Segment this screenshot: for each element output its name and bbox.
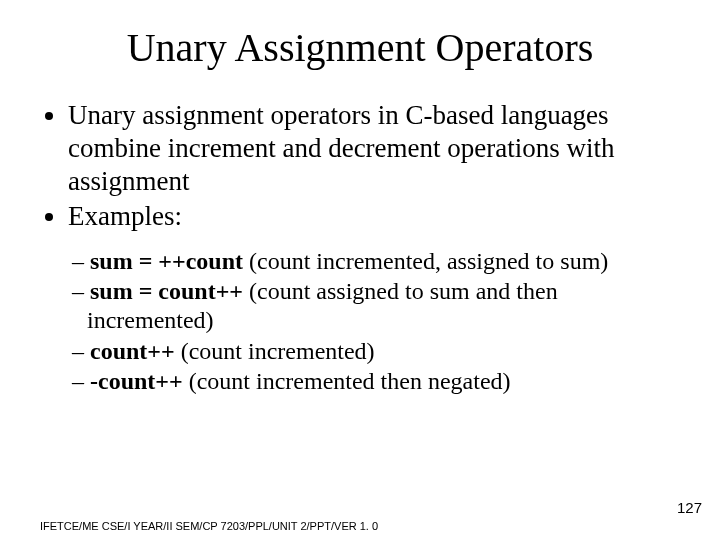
dash-icon: – — [72, 338, 90, 364]
dash-icon: – — [72, 368, 90, 394]
desc-text: (count incremented, assigned to sum) — [243, 248, 608, 274]
desc-text: (count incremented then negated) — [183, 368, 511, 394]
dash-icon: – — [72, 278, 90, 304]
sub-bullet-item: – sum = ++count (count incremented, assi… — [72, 247, 680, 276]
dash-icon: – — [72, 248, 90, 274]
bullet-item: Examples: — [68, 200, 680, 233]
page-number: 127 — [677, 499, 702, 516]
sub-bullet-item: – count++ (count incremented) — [72, 337, 680, 366]
sub-bullet-item: – sum = count++ (count assigned to sum a… — [72, 277, 680, 336]
footer-text: IFETCE/ME CSE/I YEAR/II SEM/CP 7203/PPL/… — [40, 520, 378, 532]
code-text: -count++ — [90, 368, 183, 394]
sub-bullet-item: – -count++ (count incremented then negat… — [72, 367, 680, 396]
bullet-item: Unary assignment operators in C-based la… — [68, 99, 680, 198]
bullet-list-level1: Unary assignment operators in C-based la… — [40, 99, 680, 233]
bullet-list-level2: – sum = ++count (count incremented, assi… — [40, 247, 680, 396]
slide-title: Unary Assignment Operators — [40, 24, 680, 71]
desc-text: (count incremented) — [175, 338, 375, 364]
slide: Unary Assignment Operators Unary assignm… — [0, 0, 720, 540]
code-text: sum = ++count — [90, 248, 243, 274]
code-text: sum = count++ — [90, 278, 243, 304]
code-text: count++ — [90, 338, 175, 364]
